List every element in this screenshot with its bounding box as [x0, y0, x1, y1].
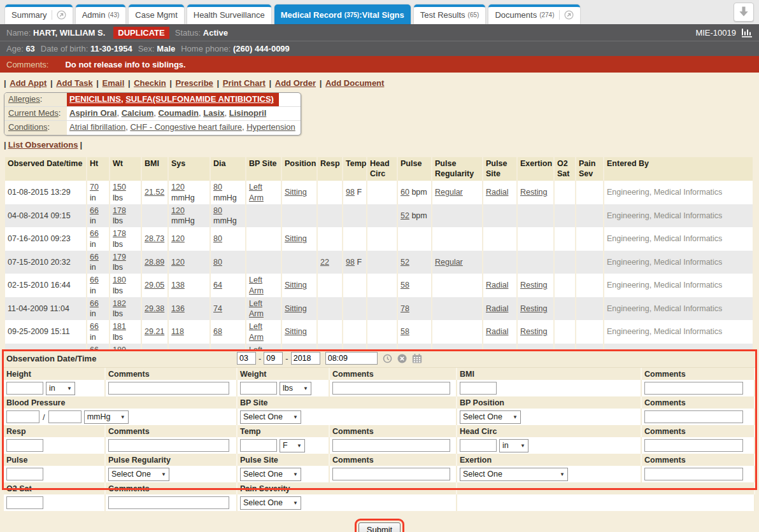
observation-value-link[interactable]: 182: [113, 299, 126, 308]
download-button[interactable]: [734, 3, 754, 22]
observation-value-link[interactable]: 66: [90, 276, 99, 284]
observation-value-link[interactable]: 181: [113, 322, 126, 331]
observation-value-link[interactable]: 29.05: [145, 281, 164, 290]
observation-value-link[interactable]: Resting: [520, 281, 547, 290]
bmi-input[interactable]: [460, 382, 497, 395]
observation-value-link[interactable]: 178: [113, 206, 126, 215]
summary-item-hypertension[interactable]: Hypertension: [246, 122, 295, 132]
height-comments-input[interactable]: [108, 382, 229, 395]
weight-unit-select[interactable]: lbs: [280, 382, 311, 395]
action-link-add-order[interactable]: Add Order: [275, 78, 316, 88]
observation-value-link[interactable]: 58: [401, 281, 409, 290]
bp-diastolic-input[interactable]: [48, 410, 82, 423]
tab-case-mgmt[interactable]: Case Mgmt: [129, 4, 183, 24]
observation-value-link[interactable]: Regular: [435, 258, 463, 267]
action-link-add-document[interactable]: Add Document: [325, 78, 384, 88]
pain-severity-select[interactable]: Select One: [240, 496, 301, 510]
observation-value-link[interactable]: 74: [213, 304, 222, 313]
observation-value-link[interactable]: 179: [113, 253, 126, 262]
calendar-icon[interactable]: [412, 354, 422, 363]
observation-value-link[interactable]: 70: [90, 183, 99, 192]
exertion-comments-input[interactable]: [644, 468, 743, 480]
observation-value-link[interactable]: 80: [213, 258, 222, 267]
observation-value-link[interactable]: 66: [90, 229, 99, 238]
observation-value-link[interactable]: 64: [213, 281, 222, 290]
observation-value-link[interactable]: 136: [171, 304, 185, 313]
obs-time-input[interactable]: [325, 352, 378, 365]
summary-item-chf-congestive-heart-failure[interactable]: CHF - Congestive heart failure: [130, 122, 242, 132]
summary-item-coumadin[interactable]: Coumadin: [158, 108, 199, 118]
observation-value-link[interactable]: 80: [213, 234, 222, 243]
pulse-regularity-select[interactable]: Select One: [108, 468, 169, 481]
observation-value-link[interactable]: Sitting: [285, 234, 307, 243]
observation-value-link[interactable]: 150: [113, 183, 126, 192]
observation-value-link[interactable]: 118: [171, 327, 184, 336]
summary-label-current-meds[interactable]: Current Meds: [8, 108, 59, 118]
action-link-add-task[interactable]: Add Task: [56, 78, 93, 88]
clock-icon[interactable]: [383, 354, 392, 363]
pulse-comments-input[interactable]: [332, 468, 450, 480]
action-link-print-chart[interactable]: Print Chart: [223, 78, 266, 88]
observation-value-link[interactable]: 120: [171, 234, 185, 243]
observation-value-link[interactable]: 58: [401, 327, 409, 336]
summary-item-sulfa-sulfonamide-antibiotics[interactable]: SULFA(SULFONAMIDE ANTIBIOTICS): [125, 94, 274, 104]
observation-value-link[interactable]: 28.73: [145, 234, 164, 243]
tab-medical-record[interactable]: Medical Record(375):Vital Signs: [274, 4, 411, 24]
exertion-select[interactable]: Select One: [460, 468, 568, 481]
observation-value-link[interactable]: Radial: [486, 281, 508, 290]
observation-value-link[interactable]: Sitting: [285, 188, 307, 197]
observation-value-link[interactable]: 120: [171, 258, 185, 267]
temp-comments-input[interactable]: [332, 439, 450, 452]
observation-value-link[interactable]: 80: [213, 183, 222, 192]
observation-value-link[interactable]: 66: [90, 206, 99, 215]
observation-value-link[interactable]: Sitting: [285, 327, 307, 336]
bmi-comments-input[interactable]: [644, 382, 743, 395]
observation-value-link[interactable]: 68: [213, 327, 222, 336]
bp-systolic-input[interactable]: [6, 410, 39, 423]
pulse-input[interactable]: [6, 468, 43, 480]
observation-value-link[interactable]: 120: [171, 206, 185, 215]
bp-site-select[interactable]: Select One: [240, 410, 301, 424]
bp-unit-select[interactable]: mmHg: [84, 410, 129, 424]
observation-value-link[interactable]: Left Arm: [249, 322, 264, 341]
observation-value-link[interactable]: Left Arm: [249, 183, 264, 202]
observation-value-link[interactable]: 52: [401, 211, 409, 220]
tab-health-surveillance[interactable]: Health Surveillance: [187, 4, 271, 24]
observation-value-link[interactable]: 66: [90, 322, 99, 331]
weight-input[interactable]: [240, 382, 277, 395]
action-link-prescribe[interactable]: Prescribe: [176, 78, 213, 88]
summary-label-allergies[interactable]: Allergies: [8, 94, 40, 104]
observation-value-link[interactable]: 21.52: [145, 188, 164, 197]
submit-button[interactable]: Submit: [358, 522, 401, 532]
observation-value-link[interactable]: Sitting: [285, 304, 307, 313]
observation-value-link[interactable]: 28.89: [145, 258, 164, 267]
clear-datetime-icon[interactable]: [397, 354, 407, 363]
observation-value-link[interactable]: Left Arm: [249, 299, 264, 318]
summary-item-lasix[interactable]: Lasix: [203, 108, 224, 118]
summary-item-calcium[interactable]: Calcium: [122, 108, 154, 118]
obs-year-input[interactable]: [291, 352, 320, 365]
head-circ-input[interactable]: [460, 439, 497, 452]
obs-day-input[interactable]: [264, 352, 283, 365]
observation-value-link[interactable]: 22: [320, 258, 329, 267]
height-input[interactable]: [6, 382, 43, 395]
observation-value-link[interactable]: Resting: [520, 327, 547, 336]
action-link-email[interactable]: Email: [103, 78, 125, 88]
observation-value-link[interactable]: 66: [90, 253, 99, 262]
temp-unit-select[interactable]: F: [280, 439, 305, 452]
height-unit-select[interactable]: in: [46, 382, 75, 395]
external-link-icon[interactable]: [559, 10, 574, 20]
observation-value-link[interactable]: Regular: [435, 188, 463, 197]
observation-value-link[interactable]: 29.21: [145, 327, 164, 336]
observation-value-link[interactable]: 78: [401, 304, 409, 313]
head-circ-unit-select[interactable]: in: [499, 439, 528, 452]
observation-value-link[interactable]: Radial: [486, 304, 508, 313]
o2-comments-input[interactable]: [108, 496, 229, 509]
weight-comments-input[interactable]: [332, 382, 450, 395]
observation-value-link[interactable]: 98: [346, 258, 355, 267]
temp-input[interactable]: [240, 439, 277, 452]
summary-label-conditions[interactable]: Conditions: [8, 122, 47, 132]
flowsheet-chart-icon[interactable]: [741, 27, 753, 38]
action-link-add-appt[interactable]: Add Appt: [10, 78, 46, 88]
tab-summary[interactable]: Summary: [5, 4, 73, 24]
